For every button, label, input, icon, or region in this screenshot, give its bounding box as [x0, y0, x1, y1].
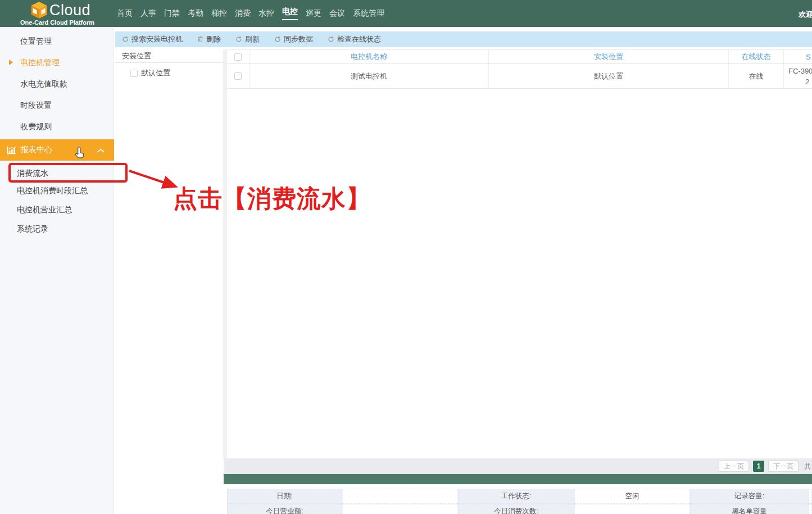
device-table: 电控机名称 安装位置 在线状态 S 测试电控机 默认位置 在线 FC-3900 …: [227, 49, 812, 89]
record-capacity-value: [809, 489, 812, 504]
triangle-right-icon: [9, 60, 13, 65]
refresh-icon: [235, 36, 242, 43]
col-online-status: 在线状态: [729, 50, 784, 63]
sync-data-button[interactable]: 同步数据: [274, 34, 313, 44]
nav-item-attendance[interactable]: 考勤: [184, 8, 207, 19]
cube-logo-icon: [30, 1, 48, 19]
brand-logo: Cloud One-Card Cloud Platform: [0, 0, 114, 27]
blacklist-capacity-label: 黑名单容量: [690, 504, 809, 514]
cell-device-name: 测试电控机: [250, 64, 489, 88]
blacklist-capacity-value: [809, 504, 812, 514]
pagination-bar: 上一页 1 下一页 共: [224, 458, 812, 474]
work-status-value: 空闲: [574, 489, 690, 504]
panel-divider: [223, 49, 227, 458]
sidebar-item-recharge-withdraw[interactable]: 水电充值取款: [0, 78, 114, 89]
main-nav: 首页 人事 门禁 考勤 梯控 消费 水控 电控 巡更 会议 系统管理: [113, 0, 388, 27]
sidebar-item-consume-period-summary[interactable]: 电控机消费时段汇总: [0, 185, 114, 196]
nav-item-access[interactable]: 门禁: [160, 8, 184, 19]
prev-page-button[interactable]: 上一页: [719, 461, 749, 472]
sidebar-item-time-period[interactable]: 时段设置: [0, 99, 114, 111]
search-icon: [122, 36, 129, 43]
row-checkbox-cell: [227, 64, 250, 88]
current-page-button[interactable]: 1: [753, 461, 764, 472]
nav-item-water[interactable]: 水控: [255, 8, 278, 19]
delete-button[interactable]: 删除: [197, 34, 221, 44]
sidebar-item-location-mgmt[interactable]: 位置管理: [0, 35, 114, 47]
sidebar-item-fee-rules[interactable]: 收费规则: [0, 121, 114, 132]
chart-icon: [7, 146, 16, 154]
sidebar-item-consume-flow[interactable]: 消费流水: [0, 167, 114, 179]
nav-item-elevator[interactable]: 梯控: [207, 8, 231, 19]
welcome-text: 欢迎: [799, 10, 812, 20]
col-device-name: 电控机名称: [250, 50, 489, 63]
tree-item-checkbox[interactable]: [130, 70, 138, 77]
today-revenue-value: [342, 504, 458, 514]
table-row[interactable]: 测试电控机 默认位置 在线 FC-3900 2: [227, 64, 812, 89]
nav-item-meeting[interactable]: 会议: [325, 8, 349, 19]
device-status-panel: 日期: 工作状态: 空闲 记录容量: 今日营业额: 今日消费次数: 黑名单容量: [227, 489, 812, 514]
sidebar-item-report-center[interactable]: 报表中心: [0, 139, 114, 161]
row-checkbox[interactable]: [234, 72, 242, 80]
cell-online-status: 在线: [729, 64, 784, 88]
sidebar-item-controller-mgmt[interactable]: 电控机管理: [0, 57, 114, 68]
device-panel-header-bar: [224, 474, 812, 484]
toolbar: 搜索安装电控机 删除 刷新 同步数据 检查在线状态: [115, 31, 812, 47]
brand-name: Cloud: [49, 2, 90, 19]
nav-item-electric[interactable]: 电控: [278, 7, 302, 20]
search-installed-controller-button[interactable]: 搜索安装电控机: [122, 34, 183, 44]
nav-item-patrol[interactable]: 巡更: [302, 8, 325, 19]
tree-item-default-location[interactable]: 默认位置: [115, 68, 223, 78]
col-serial: S: [784, 50, 812, 63]
trash-icon: [197, 36, 203, 43]
nav-item-system-mgmt[interactable]: 系统管理: [349, 8, 388, 19]
nav-item-personnel[interactable]: 人事: [137, 8, 160, 19]
check-status-icon: [328, 36, 334, 43]
today-consume-count-value: [574, 504, 690, 514]
today-revenue-label: 今日营业额:: [227, 504, 342, 514]
brand-subtitle: One-Card Cloud Platform: [20, 19, 94, 26]
cell-install-location: 默认位置: [489, 64, 729, 88]
header-checkbox-cell: [227, 50, 250, 63]
top-navbar: Cloud One-Card Cloud Platform 首页 人事 门禁 考…: [0, 0, 812, 27]
date-value: [342, 489, 458, 504]
cell-serial: FC-3900 2: [784, 64, 812, 88]
nav-item-home[interactable]: 首页: [113, 8, 137, 19]
sync-icon: [274, 36, 281, 43]
table-header-row: 电控机名称 安装位置 在线状态 S: [227, 49, 812, 64]
tree-item-label: 默认位置: [141, 68, 170, 78]
sidebar-item-business-summary[interactable]: 电控机营业汇总: [0, 204, 114, 215]
refresh-button[interactable]: 刷新: [235, 34, 260, 44]
sidebar-item-system-records[interactable]: 系统记录: [0, 223, 114, 234]
total-pages-text: 共: [804, 462, 811, 471]
next-page-button[interactable]: 下一页: [768, 461, 799, 472]
header-checkbox[interactable]: [234, 53, 242, 61]
check-online-status-button[interactable]: 检查在线状态: [328, 34, 381, 44]
nav-item-consume[interactable]: 消费: [231, 8, 255, 19]
col-install-location: 安装位置: [489, 50, 729, 63]
record-capacity-label: 记录容量:: [690, 489, 809, 504]
work-status-label: 工作状态:: [458, 489, 574, 504]
install-location-panel: 安装位置 默认位置: [115, 49, 223, 514]
chevron-up-icon[interactable]: [97, 148, 105, 153]
install-location-panel-title: 安装位置: [115, 49, 223, 63]
sidebar: 位置管理 电控机管理 水电充值取款 时段设置 收费规则 报表中心 消费流水 电控…: [0, 27, 114, 514]
today-consume-count-label: 今日消费次数:: [458, 504, 574, 514]
date-label: 日期:: [227, 489, 342, 504]
